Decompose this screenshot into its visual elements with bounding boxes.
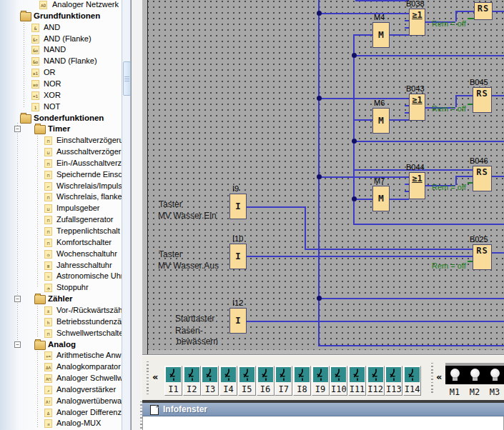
simulation-toolbar: « I1I2I3I4I5I6I7I8I9I10I11I12I13I14 « M1… [142, 354, 504, 400]
fbd-canvas-panel: RS≥1B038MM4RSB045≥1B043MM6RSB046≥1B044MM… [142, 0, 504, 354]
tree-item-treppenlichtschalt[interactable]: ⊓Treppenlichtschalt [0, 226, 122, 237]
block-B045[interactable]: RS [473, 87, 492, 113]
input-button-I9[interactable]: I9 [312, 366, 330, 396]
wire-segment [353, 34, 372, 36]
input-button-I4[interactable]: I4 [219, 366, 237, 396]
tree-item-impulsgeber[interactable]: ⊔Impulsgeber [0, 203, 122, 214]
block-RS-top[interactable]: RS [474, 2, 493, 20]
tree-expander-minus-icon[interactable]: − [14, 296, 21, 302]
block-I10[interactable]: I [229, 244, 247, 269]
tree-item-analoger-schwellw[interactable]: A⊓Analoger Schwellw [0, 373, 122, 384]
off-delay-icon: ⊔ [44, 148, 52, 156]
input-button-I14[interactable]: I14 [403, 366, 421, 396]
input-button-I1[interactable]: I1 [164, 366, 182, 396]
nand-gate-icon: &o [31, 46, 39, 54]
info-window-title: Infofenster [163, 404, 207, 414]
block-B038[interactable]: ≥1 [409, 9, 425, 36]
input-button-label: I4 [220, 384, 237, 394]
circuit-diagram-area[interactable]: RS≥1B038MM4RSB045≥1B043MM6RSB046≥1B044MM… [148, 0, 504, 350]
tree-item-analogkomparator[interactable]: ΔAAnalogkomparator [0, 361, 122, 373]
tree-item-jahresschaltuhr[interactable]: ≣Jahresschaltuhr [0, 260, 122, 271]
block-M4[interactable]: M [372, 22, 390, 48]
input-button-I8[interactable]: I8 [293, 366, 311, 396]
tree-item-zufallsgenerator[interactable]: ⊓Zufallsgenerator [0, 214, 122, 226]
tree-item-label: OR [44, 68, 56, 76]
panel-splitter[interactable] [131, 0, 142, 430]
tree-item-komfortschalter[interactable]: ⊓Komfortschalter [0, 237, 122, 249]
stairway-light-icon: ⊓ [44, 227, 52, 236]
collapse-outputs-chevron[interactable]: « [436, 371, 442, 382]
tree-item-and-flanke[interactable]: &↑AND (Flanke) [0, 34, 122, 45]
tree-item-wischrelais-impuls[interactable]: ⌐Wischrelais/Impuls [0, 181, 122, 192]
tree-item-nor[interactable]: ≥oNOR [0, 79, 122, 90]
tree-item-analoger-netzwerk[interactable]: AOAnaloger Netzwerk [0, 0, 122, 11]
tree-item-nand[interactable]: &oNAND [0, 44, 122, 56]
toolbar-gripper[interactable] [147, 361, 149, 394]
tree-item-z-hler[interactable]: −Zähler [0, 294, 122, 305]
input-button-I2[interactable]: I2 [183, 366, 201, 396]
input-button-label: I9 [312, 384, 329, 394]
tree-item-sonderfunktionen[interactable]: Sonderfunktionen [0, 113, 122, 124]
xor-gate-icon: =1 [31, 91, 39, 100]
block-B044[interactable]: ≥1 [409, 172, 425, 199]
input-button-I3[interactable]: I3 [201, 366, 219, 396]
input-button-I10[interactable]: I10 [330, 366, 347, 396]
input-button-I11[interactable]: I11 [348, 366, 366, 396]
tree-item-einschaltverz-geru[interactable]: ⊓Einschaltverzögeru [0, 135, 122, 146]
wire-segment [455, 95, 473, 96]
tree-item-analog-mux[interactable]: ⇉Analog-MUX [0, 418, 122, 429]
tree-item-analog[interactable]: −Analog [0, 339, 122, 351]
rem-param-label: Rem = off [432, 19, 466, 28]
tree-item-timer[interactable]: −Timer [0, 124, 122, 135]
not-gate-icon: 1 [31, 103, 39, 111]
block-M6[interactable]: M [372, 108, 390, 134]
tree-item-ein-ausschaltverz[interactable]: ⊓Ein-/Ausschaltverz [0, 158, 122, 169]
input-button-I13[interactable]: I13 [385, 366, 402, 396]
lamp-bulb-icon-M2 [470, 369, 480, 381]
tree-item-or[interactable]: ≥1OR [0, 67, 122, 79]
tree-scrollbar[interactable] [122, 0, 131, 430]
block-B043[interactable]: ≥1 [409, 94, 425, 121]
tree-item-analoger-differenz[interactable]: ΔAnaloger Differenz [0, 407, 122, 419]
tree-item-label: NOR [44, 79, 61, 88]
block-B046[interactable]: RS [473, 166, 492, 191]
tree-expander-minus-icon[interactable]: − [14, 126, 21, 132]
tree-item-arithmetische-anw[interactable]: +=Arithmetische Anw [0, 350, 122, 361]
tree-item-nand-flanke[interactable]: &oNAND (Flanke) [0, 56, 122, 67]
tree-item-schwellwertschalte[interactable]: ⊓Schwellwertschalte [0, 328, 122, 339]
input-button-I6[interactable]: I6 [257, 366, 275, 396]
block-B025[interactable]: RS [473, 244, 492, 270]
tree-item-astronomische-uhr[interactable]: ☼Astronomische Uhr [0, 271, 122, 282]
on-delay-icon: ⊓ [44, 136, 52, 145]
tree-item-not[interactable]: 1NOT [0, 101, 122, 113]
input-button-I5[interactable]: I5 [238, 366, 256, 396]
input-button-I7[interactable]: I7 [275, 366, 292, 396]
tree-scrollbar-thumb[interactable] [123, 61, 131, 96]
tree-item-betriebsstundenz[interactable]: hBetriebsstundenzä [0, 316, 122, 328]
tree-expander-minus-icon[interactable]: − [14, 341, 21, 348]
input-button-I12[interactable]: I12 [367, 366, 385, 396]
momentary-switch-icon [166, 367, 181, 382]
block-I9[interactable]: I [229, 194, 247, 219]
tree-item-xor[interactable]: =1XOR [0, 90, 122, 101]
tree-item-speichernde-einsch[interactable]: ⊓Speichernde Einsch [0, 169, 122, 181]
tree-item-grundfunktionen[interactable]: Grundfunktionen [0, 11, 122, 22]
block-M7[interactable]: M [372, 186, 390, 211]
collapse-inputs-chevron[interactable]: « [152, 371, 158, 382]
block-I12[interactable]: I [229, 308, 247, 334]
tree-item-analogwert-berwa[interactable]: A!Analogwertüberwa [0, 396, 122, 407]
tree-item-and[interactable]: &AND [0, 22, 122, 34]
folder-icon [34, 295, 46, 304]
tree-item-vor-r-ckw-rtsz-h[interactable]: ±Vor-/Rückwärtszäh [0, 305, 122, 316]
tree-item-wischrelais-flanke[interactable]: ⊓Wischrelais, flanke [0, 191, 122, 203]
tree-item-label: Speichernde Einsch [56, 170, 122, 179]
tree-item-label: Analog-MUX [56, 419, 101, 427]
and-gate-icon: & [31, 24, 39, 32]
folder-icon [34, 341, 46, 350]
block-symbol: RS [473, 167, 491, 177]
info-window-titlebar[interactable]: Infofenster [142, 403, 504, 416]
tree-item-wochenschaltuhr[interactable]: ◷Wochenschaltuhr [0, 249, 122, 260]
tree-item-analogverst-rker[interactable]: ↗Analogverstärker [0, 384, 122, 396]
tree-item-ausschaltverz-ger[interactable]: ⊔Ausschaltverzöger [0, 146, 122, 158]
tree-item-stoppuhr[interactable]: ◔Stoppuhr [0, 282, 122, 294]
